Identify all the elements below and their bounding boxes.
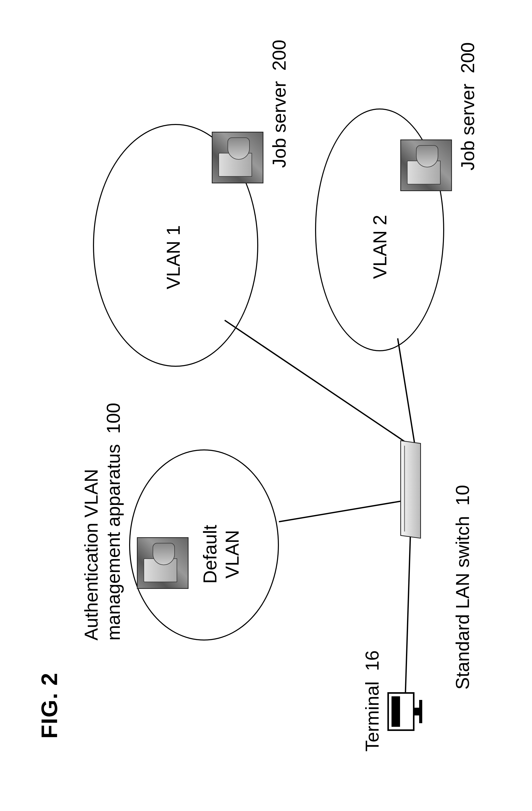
figure-label: FIG. 2 bbox=[36, 673, 62, 739]
switch-icon bbox=[400, 440, 421, 538]
diagram-canvas: FIG. 2 Authentication VLAN management ap… bbox=[0, 0, 532, 811]
svg-line-1 bbox=[279, 501, 401, 522]
svg-line-0 bbox=[406, 527, 411, 692]
jobserver2-label: Job server 200 bbox=[457, 42, 478, 170]
default-vlan-label: Default VLAN bbox=[199, 525, 244, 584]
jobserver2-icon bbox=[400, 139, 452, 191]
jobserver1-label: Job server 200 bbox=[269, 40, 290, 168]
svg-line-3 bbox=[398, 338, 414, 443]
vlan2-label: VLAN 2 bbox=[369, 215, 391, 279]
switch-label: Standard LAN switch 10 bbox=[452, 485, 473, 690]
terminal-icon bbox=[387, 692, 424, 731]
auth-apparatus-label: Authentication VLAN management apparatus… bbox=[80, 403, 125, 641]
auth-apparatus-icon bbox=[137, 537, 188, 589]
terminal-label: Terminal 16 bbox=[362, 651, 383, 752]
jobserver1-icon bbox=[212, 132, 263, 183]
vlan1-label: VLAN 1 bbox=[163, 225, 184, 289]
